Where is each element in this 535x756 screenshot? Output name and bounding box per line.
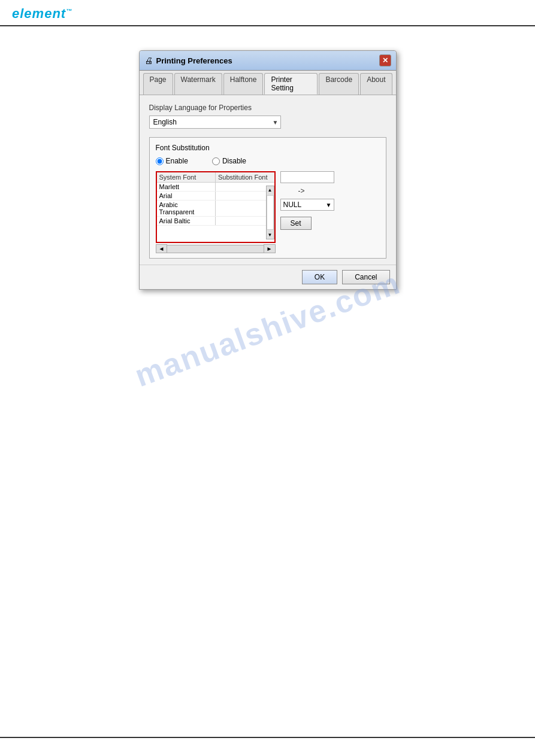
scroll-right-arrow[interactable]: ► — [264, 244, 276, 253]
font-list-hscroll: ◄ ► — [156, 244, 276, 253]
enable-radio-label[interactable]: Enable — [156, 157, 188, 165]
disable-radio[interactable] — [212, 157, 220, 165]
footer-line — [0, 737, 535, 738]
hscroll-track[interactable] — [167, 245, 263, 253]
font-substitution-controls: -> NULL ▼ Set — [280, 171, 334, 230]
tab-about[interactable]: About — [360, 73, 392, 95]
null-dropdown-container: NULL ▼ — [280, 199, 334, 211]
tab-barcode[interactable]: Barcode — [319, 73, 359, 95]
disable-radio-label[interactable]: Disable — [212, 157, 246, 165]
font-subst-radio-row: Enable Disable — [156, 157, 380, 165]
null-dropdown[interactable]: NULL — [280, 199, 334, 211]
font-list-rows[interactable]: Marlett Arial Arabic Transparent — [157, 183, 274, 236]
font-list-scrollbar[interactable]: ▲ ▼ — [266, 186, 274, 239]
font-row[interactable]: Arabic Transparent — [157, 201, 274, 217]
dialog-footer: OK Cancel — [140, 265, 396, 289]
printing-preferences-dialog: 🖨 Printing Preferences ✕ Page Watermark … — [139, 50, 397, 290]
dialog-title: Printing Preferences — [156, 56, 232, 65]
system-font-col-header: System Font — [157, 172, 216, 182]
main-content: 🖨 Printing Preferences ✕ Page Watermark … — [0, 26, 535, 290]
arrow-label: -> — [280, 187, 305, 195]
tab-watermark[interactable]: Watermark — [174, 73, 222, 95]
font-system-cell: Arial Baltic — [157, 217, 216, 225]
font-row[interactable]: Marlett — [157, 183, 274, 192]
dialog-titlebar: 🖨 Printing Preferences ✕ — [140, 51, 396, 71]
enable-radio[interactable] — [156, 157, 164, 165]
display-language-label: Display Language for Properties — [149, 104, 386, 112]
scroll-down-arrow[interactable]: ▼ — [268, 231, 273, 239]
subst-font-col-header: Substitution Font — [216, 172, 274, 182]
font-row[interactable]: Arial Baltic — [157, 217, 274, 226]
font-substitution-label: Font Substitution — [156, 144, 380, 152]
language-dropdown-wrapper: English ▼ — [149, 116, 386, 129]
font-list-header: System Font Substitution Font — [157, 172, 274, 183]
scroll-left-arrow[interactable]: ◄ — [156, 244, 168, 253]
font-row[interactable]: Arial — [157, 192, 274, 201]
tab-page[interactable]: Page — [143, 73, 173, 95]
language-dropdown[interactable]: English — [149, 116, 281, 129]
dialog-close-button[interactable]: ✕ — [379, 54, 391, 66]
logo: element™ — [12, 6, 72, 21]
language-dropdown-container: English ▼ — [149, 116, 281, 129]
font-substitution-section: Font Substitution Enable Disable — [149, 137, 386, 259]
set-button[interactable]: Set — [280, 217, 312, 230]
ok-button[interactable]: OK — [302, 270, 337, 284]
tab-printer-setting[interactable]: Printer Setting — [264, 73, 318, 95]
font-list-container: System Font Substitution Font Marlett Ar… — [156, 171, 276, 243]
font-table-area: System Font Substitution Font Marlett Ar… — [156, 171, 380, 253]
printer-icon: 🖨 — [144, 56, 153, 65]
tab-halftone[interactable]: Halftone — [223, 73, 264, 95]
tab-bar: Page Watermark Halftone Printer Setting … — [140, 71, 396, 95]
header: element™ — [0, 0, 535, 26]
dialog-title-left: 🖨 Printing Preferences — [144, 56, 232, 65]
substitution-font-input[interactable] — [280, 171, 334, 183]
font-system-cell: Marlett — [157, 183, 216, 191]
font-system-cell: Arial — [157, 192, 216, 200]
font-system-cell: Arabic Transparent — [157, 201, 216, 216]
dialog-body: Display Language for Properties English … — [140, 95, 396, 265]
cancel-button[interactable]: Cancel — [342, 270, 389, 284]
scroll-up-arrow[interactable]: ▲ — [268, 186, 273, 194]
